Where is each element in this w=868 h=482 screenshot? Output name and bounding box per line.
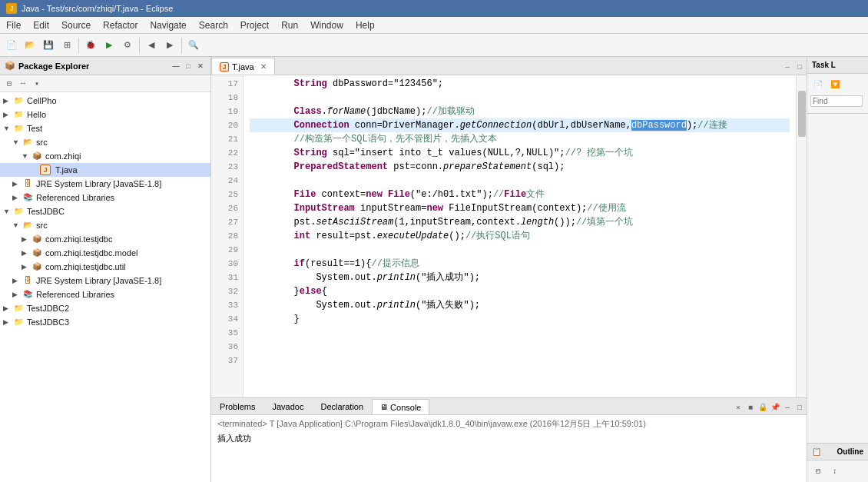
save-button[interactable]: 💾: [40, 37, 57, 54]
tree-item-com-zhiqi[interactable]: ▼ 📦 com.zhiqi: [0, 149, 210, 163]
tree-item-testjdbc[interactable]: ▼ 📁 TestJDBC: [0, 204, 210, 218]
arrow-com-util: ▶: [22, 261, 31, 273]
app-icon: J: [6, 3, 17, 14]
jar-icon-jre: 🗄: [22, 178, 34, 190]
view-menu-button[interactable]: ▾: [31, 78, 43, 90]
maximize-editor-button[interactable]: □: [794, 62, 805, 73]
tab-declaration[interactable]: Declaration: [312, 399, 372, 414]
maximize-panel-button[interactable]: □: [183, 61, 194, 71]
tree-item-testjdbc-src[interactable]: ▼ 📂 src: [0, 218, 210, 232]
code-editor[interactable]: 1718192021222324252627282930313233343536…: [211, 75, 807, 397]
scroll-lock-button[interactable]: 🔒: [757, 402, 768, 413]
menu-navigate[interactable]: Navigate: [144, 18, 192, 32]
menu-window[interactable]: Window: [304, 18, 350, 32]
collapse-all-button[interactable]: ⊟: [3, 78, 15, 90]
lib-icon-ref2: 📚: [22, 288, 34, 301]
tree-item-src[interactable]: ▼ 📂 src: [0, 135, 210, 149]
package-icon: 📦: [5, 61, 15, 71]
new-button[interactable]: 📄: [3, 37, 20, 54]
tree-item-testjdbc2[interactable]: ▶ 📁 TestJDBC2: [0, 301, 210, 315]
line-number-19: 19: [216, 105, 238, 118]
label-com-model: com.zhiqi.testjdbc.model: [45, 247, 137, 259]
label-testjdbc: TestJDBC: [27, 205, 65, 218]
tab-t-java[interactable]: J T.java ✕: [211, 58, 275, 75]
save-all-button[interactable]: ⊞: [58, 37, 75, 54]
tab-problems[interactable]: Problems: [211, 399, 263, 414]
line-number-36: 36: [216, 340, 238, 354]
tree-item-com-util[interactable]: ▶ 📦 com.zhiqi.testjdbc.util: [0, 260, 210, 274]
code-line-19: Class.forName(jdbcName);//加载驱动: [250, 105, 790, 118]
outline-header: 📋 Outline: [807, 444, 868, 460]
arrow-testjdbc2: ▶: [3, 302, 12, 314]
tree-item-jre-lib2[interactable]: ▶ 🗄 JRE System Library [JavaSE-1.8]: [0, 274, 210, 288]
console-output: 插入成功: [217, 433, 800, 444]
line-number-25: 25: [216, 188, 238, 201]
label-t-java: T.java: [55, 164, 78, 176]
menu-search[interactable]: Search: [193, 18, 234, 32]
editor-tab-controls: — □: [780, 61, 807, 75]
tree-item-ref-lib[interactable]: ▶ 📚 Referenced Libraries: [0, 191, 210, 204]
window-title: Java - Test/src/com/zhiqi/T.java - Eclip…: [22, 4, 173, 13]
tab-close-button[interactable]: ✕: [260, 62, 267, 71]
outline-sort-button[interactable]: ↕: [828, 464, 842, 478]
pin-console-button[interactable]: 📌: [770, 402, 780, 413]
arrow-cellpho: ▶: [3, 95, 12, 107]
menu-file[interactable]: File: [0, 18, 27, 32]
code-line-29: [250, 243, 790, 257]
line-number-31: 31: [216, 271, 238, 284]
tree-item-com-model[interactable]: ▶ 📦 com.zhiqi.testjdbc.model: [0, 246, 210, 260]
editor-scrollbar[interactable]: [796, 75, 807, 397]
console-output-area: <terminated> T [Java Application] C:\Pro…: [211, 415, 807, 482]
menu-edit[interactable]: Edit: [27, 18, 55, 32]
menu-source[interactable]: Source: [55, 18, 97, 32]
find-input[interactable]: [810, 95, 863, 107]
prev-button[interactable]: ◀: [143, 37, 160, 54]
minimize-editor-button[interactable]: —: [782, 62, 793, 73]
arrow-t-java: [31, 164, 40, 176]
tree-item-jre-lib[interactable]: ▶ 🗄 JRE System Library [JavaSE-1.8]: [0, 177, 210, 191]
next-button[interactable]: ▶: [161, 37, 178, 54]
debug-button[interactable]: 🐞: [82, 37, 99, 54]
open-button[interactable]: 📂: [22, 37, 38, 54]
external-tools-button[interactable]: ⚙: [119, 37, 136, 54]
minimize-console-button[interactable]: —: [782, 402, 793, 413]
link-editor-button[interactable]: ↔: [17, 78, 29, 90]
outline-label: Outline: [837, 447, 863, 456]
panel-title-group: 📦 Package Explorer: [5, 61, 89, 71]
minimize-panel-button[interactable]: —: [171, 61, 181, 71]
arrow-test: ▼: [3, 122, 12, 135]
tree-item-test[interactable]: ▼ 📁 Test: [0, 121, 210, 135]
tree-item-hello[interactable]: ▶ 📁 Hello: [0, 108, 210, 121]
task-new-button[interactable]: 📄: [811, 78, 825, 91]
tree-item-ref-lib2[interactable]: ▶ 📚 Referenced Libraries: [0, 288, 210, 301]
stop-console-button[interactable]: ■: [745, 402, 756, 413]
run-button[interactable]: ▶: [101, 37, 118, 54]
tree-item-cellpho[interactable]: ▶ 📁 CellPho: [0, 94, 210, 108]
label-test: Test: [27, 122, 42, 135]
task-list-toolbar: 📄 🔽: [807, 74, 868, 110]
menu-help[interactable]: Help: [350, 18, 381, 32]
label-ref-lib2: Referenced Libraries: [36, 288, 114, 301]
clear-console-button[interactable]: ✕: [733, 402, 744, 413]
task-filter-button[interactable]: 🔽: [828, 78, 842, 91]
scrollbar-thumb[interactable]: [798, 91, 806, 137]
code-line-35: [250, 326, 790, 340]
project-icon-testjdbc3: 📁: [12, 316, 25, 328]
tab-javadoc[interactable]: Javadoc: [263, 399, 312, 414]
tree-item-t-java[interactable]: J T.java: [0, 163, 210, 177]
label-testjdbc2: TestJDBC2: [27, 302, 69, 314]
maximize-console-button[interactable]: □: [794, 402, 805, 413]
tree-item-testjdbc3[interactable]: ▶ 📁 TestJDBC3: [0, 315, 210, 329]
tree-item-com-zhiqi-testjdbc[interactable]: ▶ 📦 com.zhiqi.testjdbc: [0, 232, 210, 246]
close-panel-button[interactable]: ✕: [195, 61, 206, 71]
menu-refactor[interactable]: Refactor: [97, 18, 144, 32]
tab-console[interactable]: 🖥 Console: [372, 399, 429, 414]
menu-project[interactable]: Project: [234, 18, 275, 32]
menu-run[interactable]: Run: [275, 18, 304, 32]
line-number-21: 21: [216, 132, 238, 146]
task-list-content: [807, 113, 868, 443]
project-icon-hello: 📁: [12, 108, 25, 121]
search-button[interactable]: 🔍: [185, 37, 202, 54]
code-content[interactable]: String dbPassword="123456"; Class.forNam…: [244, 75, 796, 397]
outline-collapse-button[interactable]: ⊟: [811, 464, 825, 478]
